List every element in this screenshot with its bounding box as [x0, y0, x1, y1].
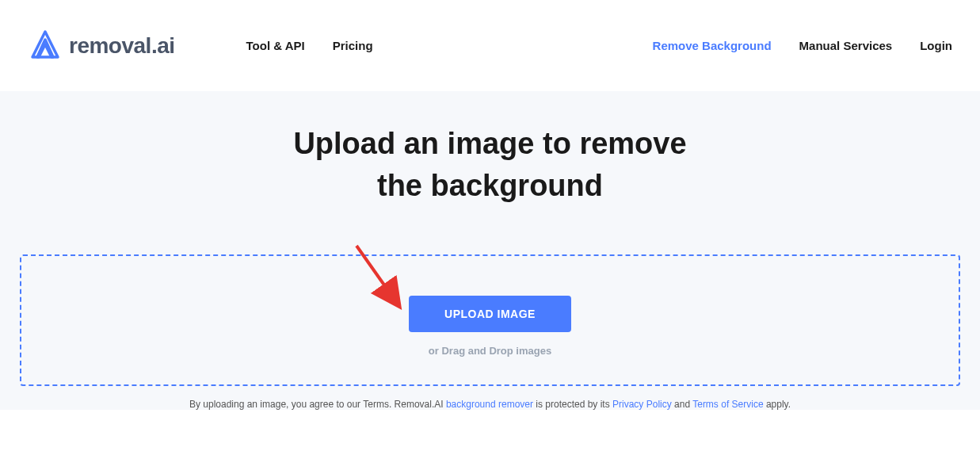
terms-middle-2: and	[672, 399, 692, 410]
page-heading: Upload an image to remove the background	[0, 123, 980, 207]
nav-left: Tool & API Pricing	[246, 39, 373, 52]
nav-tool-api[interactable]: Tool & API	[246, 39, 305, 52]
logo-icon	[28, 29, 63, 63]
nav-pricing[interactable]: Pricing	[333, 39, 373, 52]
terms-prefix: By uploading an image, you agree to our …	[189, 399, 446, 410]
terms-suffix: apply.	[764, 399, 791, 410]
drag-drop-text: or Drag and Drop images	[37, 345, 943, 357]
heading-line-1: Upload an image to remove	[293, 127, 686, 160]
logo-text: removal.ai	[69, 33, 175, 59]
logo[interactable]: removal.ai	[28, 29, 175, 63]
terms-link-terms-of-service[interactable]: Terms of Service	[692, 399, 763, 410]
nav-manual-services[interactable]: Manual Services	[799, 39, 893, 52]
heading-line-2: the background	[377, 169, 603, 202]
terms-text: By uploading an image, you agree to our …	[0, 399, 980, 410]
header: removal.ai Tool & API Pricing Remove Bac…	[0, 0, 980, 91]
upload-dropzone[interactable]: UPLOAD IMAGE or Drag and Drop images	[20, 254, 960, 386]
terms-middle-1: is protected by its	[533, 399, 612, 410]
upload-image-button[interactable]: UPLOAD IMAGE	[409, 296, 571, 332]
terms-link-privacy-policy[interactable]: Privacy Policy	[612, 399, 672, 410]
nav-login[interactable]: Login	[920, 39, 952, 52]
main-section: Upload an image to remove the background…	[0, 91, 980, 410]
nav-remove-background[interactable]: Remove Background	[653, 39, 772, 52]
nav-right: Remove Background Manual Services Login	[653, 39, 952, 52]
terms-link-background-remover[interactable]: background remover	[446, 399, 533, 410]
